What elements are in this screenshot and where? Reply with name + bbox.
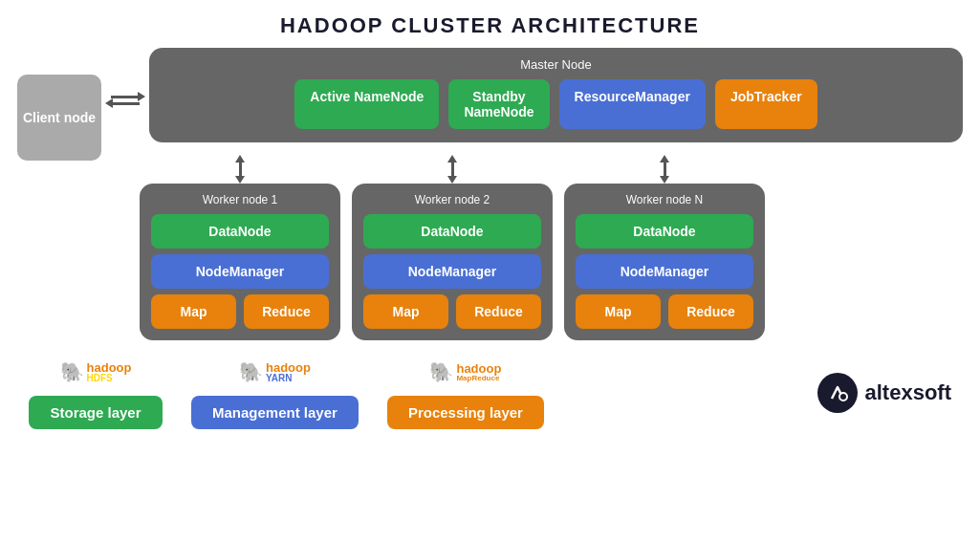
svg-point-0 (824, 379, 851, 406)
master-node-label: Master Node (163, 57, 949, 72)
worker2-reduce-btn: Reduce (456, 294, 541, 329)
worker1-datanode-btn: DataNode (151, 214, 329, 249)
worker2-datanode-btn: DataNode (363, 214, 541, 249)
worker-node-n: Worker node N DataNode NodeManager Map R… (564, 184, 765, 340)
altexsoft-icon (817, 373, 858, 413)
legend-management: 🐘 hadoop YARN Management layer (191, 356, 359, 429)
workern-datanode-btn: DataNode (576, 214, 753, 249)
client-to-master-arrow (111, 96, 140, 105)
page-title: HADOOP CLUSTER ARCHITECTURE (0, 13, 980, 38)
altexsoft-brand: altexsoft (817, 373, 951, 413)
worker2-map-btn: Map (363, 294, 448, 329)
client-node: Client node (17, 75, 101, 161)
worker1-nodemanager-btn: NodeManager (151, 254, 329, 289)
processing-layer-badge: Processing layer (387, 396, 544, 429)
master-to-worker2-arrow (352, 161, 553, 178)
workern-reduce-btn: Reduce (668, 294, 753, 329)
worker1-map-btn: Map (151, 294, 236, 329)
master-to-worker1-arrow (140, 161, 340, 178)
worker2-nodemanager-btn: NodeManager (363, 254, 541, 289)
altexsoft-text: altexsoft (865, 380, 951, 405)
worker-node-2-label: Worker node 2 (363, 193, 541, 206)
storage-layer-badge: Storage layer (29, 396, 163, 429)
workern-nodemanager-btn: NodeManager (576, 254, 753, 289)
worker-node-1: Worker node 1 DataNode NodeManager Map R… (140, 184, 340, 340)
master-node: Master Node Active NameNode StandbyNameN… (149, 48, 963, 142)
master-to-workern-arrow (564, 161, 765, 178)
legend-processing: 🐘 hadoop MapReduce Processing layer (387, 356, 544, 429)
workern-map-btn: Map (576, 294, 661, 329)
legend-storage: 🐘 hadoop HDFS Storage layer (29, 356, 163, 429)
active-namenode-btn: Active NameNode (294, 79, 439, 129)
worker1-reduce-btn: Reduce (244, 294, 329, 329)
elephant-icon-storage: 🐘 (60, 360, 84, 383)
svg-point-1 (839, 393, 847, 401)
jobtracker-btn: JobTracker (715, 79, 817, 129)
resource-manager-btn: ResourceManager (559, 79, 706, 129)
worker-node-n-label: Worker node N (576, 193, 753, 206)
elephant-icon-mr: 🐘 (429, 360, 453, 383)
elephant-icon-yarn: 🐘 (239, 360, 263, 383)
worker-node-2: Worker node 2 DataNode NodeManager Map R… (352, 184, 553, 340)
standby-namenode-btn: StandbyNameNode (448, 79, 549, 129)
worker-node-1-label: Worker node 1 (151, 193, 329, 206)
management-layer-badge: Management layer (191, 396, 359, 429)
